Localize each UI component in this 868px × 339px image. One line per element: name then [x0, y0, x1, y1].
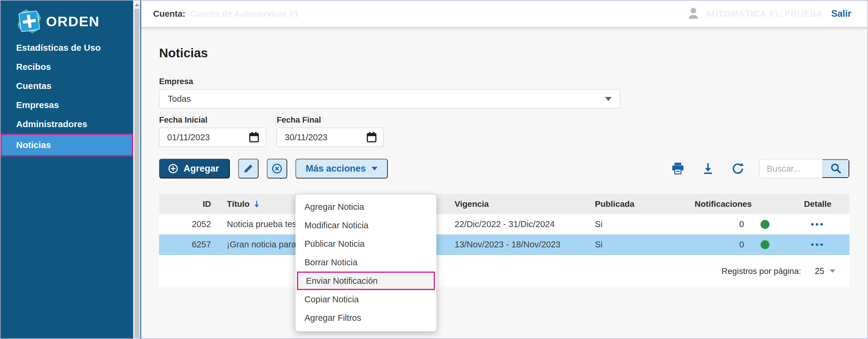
sidebar-item-label: Noticias — [16, 140, 51, 150]
sidebar-item-label: Recibos — [16, 62, 51, 72]
empresa-label: Empresa — [159, 77, 849, 86]
header-publicada[interactable]: Publicada — [595, 199, 693, 209]
fecha-final-group: Fecha Final 30/11/2023 — [277, 116, 383, 147]
scrollbar-thumb[interactable] — [134, 9, 140, 338]
header-vigencia[interactable]: Vigencia — [455, 199, 595, 209]
menu-item-agregar-noticia[interactable]: Agregar Noticia — [296, 197, 436, 216]
sidebar: ORDEN Estadísticas de Uso Recibos Cuenta… — [1, 1, 133, 338]
main-content: Noticias Empresa Todas Fecha Inicial 01/… — [141, 27, 867, 338]
noticias-table: ID Título Vigencia Publicada Notificacio… — [159, 194, 849, 287]
sidebar-item-noticias[interactable]: Noticias — [1, 134, 133, 156]
account-label: Cuenta: — [153, 9, 185, 19]
fecha-inicial-label: Fecha Inicial — [159, 116, 266, 125]
scroll-up-arrow-icon[interactable] — [135, 3, 140, 6]
more-actions-label: Más acciones — [306, 163, 366, 174]
sidebar-item-label: Cuentas — [16, 81, 51, 91]
menu-item-publicar-noticia[interactable]: Publicar Noticia — [296, 235, 436, 253]
cell-id: 6257 — [159, 240, 213, 249]
menu-item-label: Copiar Noticia — [305, 295, 359, 304]
cell-status — [753, 240, 777, 249]
calendar-icon[interactable] — [366, 131, 377, 143]
cell-status — [753, 220, 777, 229]
cell-notificaciones: 0 — [693, 240, 753, 249]
more-actions-menu: Agregar Noticia Modificar Noticia Public… — [296, 194, 436, 331]
account-value-redacted: Cuenta de Autoservicio #1 — [190, 9, 299, 19]
rows-per-page-value: 25 — [815, 266, 825, 276]
plus-stack-logo-icon — [15, 7, 43, 35]
topbar-right: AUTOMÁTICA #1, PRUEBA Salir — [686, 6, 851, 21]
fecha-inicial-input[interactable]: 01/11/2023 — [159, 128, 266, 147]
header-detalle[interactable]: Detalle — [777, 199, 849, 209]
menu-item-label: Agregar Filtros — [305, 313, 361, 323]
search-button[interactable] — [822, 159, 849, 178]
logout-link[interactable]: Salir — [831, 8, 851, 19]
fecha-inicial-group: Fecha Inicial 01/11/2023 — [159, 116, 266, 147]
menu-item-label: Agregar Noticia — [305, 202, 364, 212]
table-row-selected[interactable]: 6257 ¡Gran noticia para t… 13/Nov/2023 -… — [159, 235, 849, 255]
cancel-button[interactable] — [267, 159, 287, 179]
ellipsis-icon[interactable]: ••• — [811, 240, 825, 249]
app-logo: ORDEN — [15, 7, 133, 35]
header-id[interactable]: ID — [159, 199, 213, 209]
search-group — [760, 159, 849, 178]
rows-per-page-select[interactable]: 25 — [815, 266, 835, 276]
empresa-select[interactable]: Todas — [159, 89, 620, 108]
sidebar-item-cuentas[interactable]: Cuentas — [1, 76, 133, 95]
menu-item-label: Enviar Notificación — [306, 276, 378, 286]
ellipsis-icon[interactable]: ••• — [811, 219, 825, 229]
print-button[interactable] — [671, 162, 685, 176]
menu-item-enviar-notificacion[interactable]: Enviar Notificación — [297, 272, 435, 290]
caret-down-icon — [372, 167, 378, 171]
actions-toolbar: Agregar Más acciones — [159, 159, 849, 179]
cell-notificaciones: 0 — [693, 219, 753, 229]
header-titulo-label: Título — [227, 199, 250, 209]
menu-item-agregar-filtros[interactable]: Agregar Filtros — [296, 309, 436, 327]
sidebar-menu: Estadísticas de Uso Recibos Cuentas Empr… — [1, 38, 133, 156]
download-button[interactable] — [702, 162, 715, 175]
add-button[interactable]: Agregar — [159, 159, 230, 179]
fecha-final-input[interactable]: 30/11/2023 — [277, 128, 383, 147]
add-button-label: Agregar — [184, 163, 219, 174]
sidebar-item-empresas[interactable]: Empresas — [1, 95, 133, 115]
fecha-final-label: Fecha Final — [277, 116, 383, 125]
logo-text: ORDEN — [46, 13, 100, 30]
menu-item-label: Publicar Noticia — [305, 239, 365, 249]
app-window: ORDEN Estadísticas de Uso Recibos Cuenta… — [0, 0, 868, 339]
vertical-scrollbar[interactable] — [133, 1, 140, 338]
sidebar-item-label: Estadísticas de Uso — [16, 43, 101, 53]
cell-publicada: Si — [595, 240, 693, 249]
refresh-icon — [731, 162, 744, 175]
header-notificaciones[interactable]: Notificaciones — [693, 199, 753, 209]
search-icon — [830, 162, 842, 175]
cell-publicada: Si — [595, 219, 693, 229]
fecha-inicial-value: 01/11/2023 — [167, 132, 210, 142]
rows-per-page-label: Registros por página: — [722, 267, 801, 276]
calendar-icon[interactable] — [248, 131, 260, 143]
caret-down-icon — [605, 97, 612, 101]
table-tools — [671, 159, 849, 178]
menu-item-label: Modificar Noticia — [305, 220, 368, 230]
menu-item-copiar-noticia[interactable]: Copiar Noticia — [296, 290, 436, 309]
table-row[interactable]: 2052 Noticia prueba test… 22/Dic/2022 - … — [159, 214, 849, 235]
refresh-button[interactable] — [731, 162, 744, 175]
sidebar-item-administradores[interactable]: Administradores — [1, 115, 133, 134]
cell-vigencia: 13/Nov/2023 - 18/Nov/2023 — [455, 240, 595, 249]
user-name-redacted: AUTOMÁTICA #1, PRUEBA — [706, 9, 823, 19]
table-header-row: ID Título Vigencia Publicada Notificacio… — [159, 194, 849, 214]
sidebar-item-recibos[interactable]: Recibos — [1, 57, 133, 76]
sidebar-item-estadisticas[interactable]: Estadísticas de Uso — [1, 38, 133, 57]
cell-detalle: ••• — [777, 240, 849, 250]
edit-button[interactable] — [238, 159, 258, 179]
topbar: Cuenta: Cuenta de Autoservicio #1 AUTOMÁ… — [141, 1, 867, 27]
x-circle-icon — [271, 163, 283, 175]
page-title: Noticias — [159, 46, 849, 60]
more-actions-button[interactable]: Más acciones — [296, 159, 388, 179]
cell-detalle: ••• — [777, 219, 849, 229]
search-input[interactable] — [760, 159, 822, 178]
menu-item-modificar-noticia[interactable]: Modificar Noticia — [296, 216, 436, 235]
cell-id: 2052 — [159, 219, 213, 229]
date-filters: Fecha Inicial 01/11/2023 Fecha Final 30/… — [159, 116, 849, 147]
sort-desc-icon — [254, 200, 260, 208]
sidebar-item-label: Empresas — [16, 100, 59, 110]
menu-item-borrar-noticia[interactable]: Borrar Noticia — [296, 253, 436, 272]
